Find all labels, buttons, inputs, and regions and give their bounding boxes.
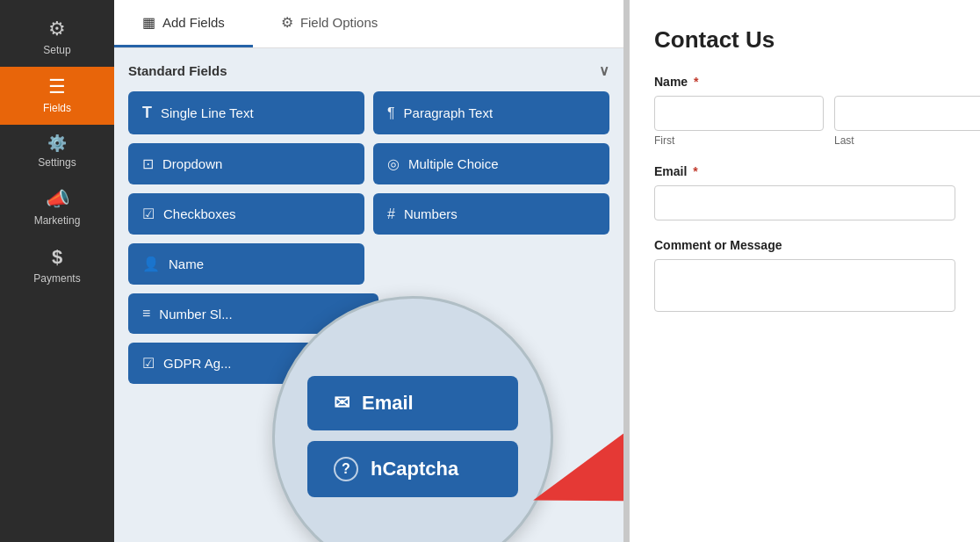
field-label-name: Name bbox=[169, 257, 204, 271]
last-name-label: Last bbox=[834, 134, 980, 147]
gear-icon: ⚙ bbox=[48, 19, 66, 39]
fields-grid: T Single Line Text ¶ Paragraph Text ⊡ Dr… bbox=[128, 91, 609, 285]
form-field-email: Email * bbox=[654, 164, 955, 220]
field-btn-email-magnified[interactable]: ✉ Email bbox=[307, 376, 518, 430]
sidebar-item-fields[interactable]: ☰ Fields bbox=[0, 67, 114, 125]
email-required: * bbox=[693, 164, 697, 178]
single-line-text-icon: T bbox=[142, 104, 152, 122]
main-content: ▦ Add Fields ⚙ Field Options Standard Fi… bbox=[114, 0, 623, 542]
field-label-single-line-text: Single Line Text bbox=[161, 105, 254, 120]
chevron-down-icon[interactable]: ∨ bbox=[599, 62, 609, 79]
section-title: Standard Fields bbox=[128, 63, 227, 78]
last-name-col: Last bbox=[834, 96, 980, 147]
sidebar-label-payments: Payments bbox=[33, 272, 80, 285]
field-btn-hcaptcha-magnified[interactable]: ? hCaptcha bbox=[307, 441, 518, 497]
multiple-choice-icon: ◎ bbox=[387, 155, 400, 172]
tab-field-options-label: Field Options bbox=[300, 15, 378, 30]
tab-field-options[interactable]: ⚙ Field Options bbox=[253, 0, 406, 47]
comment-label: Comment or Message bbox=[654, 238, 955, 252]
name-label: Name * bbox=[654, 75, 955, 89]
paragraph-text-icon: ¶ bbox=[387, 105, 395, 121]
field-label-checkboxes: Checkboxes bbox=[163, 206, 236, 221]
tab-bar: ▦ Add Fields ⚙ Field Options bbox=[114, 0, 623, 48]
last-name-input[interactable] bbox=[834, 96, 980, 131]
field-label-number-slider-2: Number Sl... bbox=[159, 307, 232, 322]
name-input-row: First Last bbox=[654, 96, 955, 147]
field-btn-paragraph-text[interactable]: ¶ Paragraph Text bbox=[373, 91, 609, 134]
field-label-gdpr: GDPR Ag... bbox=[163, 356, 232, 371]
sidebar-item-marketing[interactable]: 📣 Marketing bbox=[0, 179, 114, 237]
field-label-numbers: Numbers bbox=[404, 206, 458, 221]
checkboxes-icon: ☑ bbox=[142, 206, 155, 222]
first-name-input[interactable] bbox=[654, 96, 824, 131]
field-btn-dropdown[interactable]: ⊡ Dropdown bbox=[128, 143, 364, 184]
sidebar-label-fields: Fields bbox=[43, 102, 71, 114]
email-input[interactable] bbox=[654, 185, 955, 220]
sidebar: ⚙ Setup ☰ Fields ⚙️ Settings 📣 Marketing… bbox=[0, 0, 114, 542]
numbers-icon: # bbox=[387, 206, 395, 222]
add-fields-tab-icon: ▦ bbox=[142, 14, 155, 31]
field-btn-single-line-text[interactable]: T Single Line Text bbox=[128, 91, 364, 134]
email-icon: ✉ bbox=[334, 392, 349, 415]
fields-panel: Standard Fields ∨ T Single Line Text ¶ P… bbox=[114, 48, 623, 542]
settings-icon: ⚙️ bbox=[47, 135, 67, 151]
name-required: * bbox=[694, 75, 698, 89]
dropdown-icon: ⊡ bbox=[142, 155, 154, 172]
sidebar-label-marketing: Marketing bbox=[34, 214, 81, 227]
sidebar-item-setup[interactable]: ⚙ Setup bbox=[0, 9, 114, 67]
sidebar-item-settings[interactable]: ⚙️ Settings bbox=[0, 125, 114, 179]
hcaptcha-icon: ? bbox=[334, 457, 358, 481]
field-label-multiple-choice: Multiple Choice bbox=[408, 156, 499, 171]
comment-textarea[interactable] bbox=[654, 259, 955, 312]
marketing-icon: 📣 bbox=[46, 190, 69, 209]
first-name-label: First bbox=[654, 134, 824, 147]
field-btn-checkboxes[interactable]: ☑ Checkboxes bbox=[128, 193, 364, 235]
name-icon: 👤 bbox=[142, 256, 160, 272]
tab-add-fields[interactable]: ▦ Add Fields bbox=[114, 0, 253, 47]
sidebar-label-settings: Settings bbox=[38, 156, 76, 169]
field-btn-name[interactable]: 👤 Name bbox=[128, 243, 364, 285]
email-label: Email * bbox=[654, 164, 955, 178]
field-btn-multiple-choice[interactable]: ◎ Multiple Choice bbox=[373, 143, 609, 184]
field-label-paragraph-text: Paragraph Text bbox=[404, 105, 493, 120]
payments-icon: $ bbox=[52, 248, 62, 267]
field-options-tab-icon: ⚙ bbox=[281, 14, 293, 31]
form-field-name: Name * First Last bbox=[654, 75, 955, 147]
field-label-email-magnified: Email bbox=[362, 392, 414, 415]
preview-title: Contact Us bbox=[654, 26, 955, 54]
fields-icon: ☰ bbox=[48, 77, 66, 97]
form-field-comment: Comment or Message bbox=[654, 238, 955, 315]
gdpr-icon: ☑ bbox=[142, 355, 155, 372]
field-btn-numbers[interactable]: # Numbers bbox=[373, 193, 609, 235]
sidebar-item-payments[interactable]: $ Payments bbox=[0, 237, 114, 295]
sidebar-label-setup: Setup bbox=[43, 44, 70, 56]
tab-add-fields-label: Add Fields bbox=[162, 15, 225, 30]
svg-line-1 bbox=[553, 437, 623, 494]
section-header: Standard Fields ∨ bbox=[128, 62, 609, 79]
first-name-col: First bbox=[654, 96, 824, 147]
field-label-dropdown: Dropdown bbox=[162, 156, 222, 171]
preview-panel: Contact Us Name * First Last Email * Com… bbox=[629, 0, 980, 542]
field-label-hcaptcha-magnified: hCaptcha bbox=[371, 458, 458, 481]
number-slider-icon-2: ≡ bbox=[142, 306, 150, 322]
